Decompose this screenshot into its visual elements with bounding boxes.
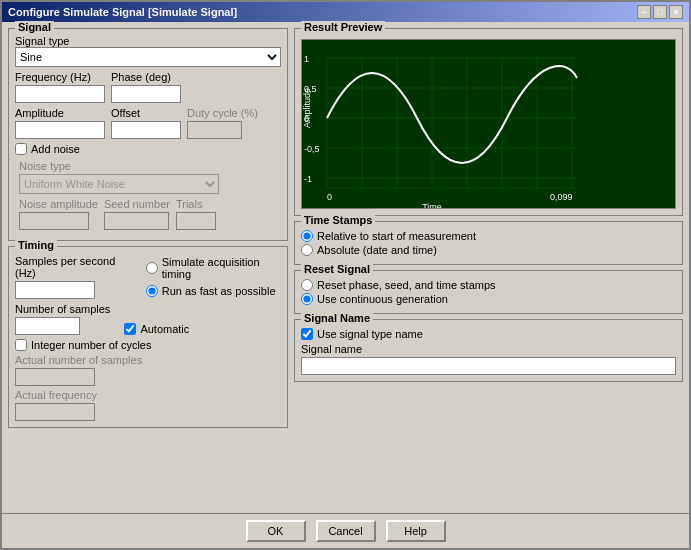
close-button[interactable]: × — [669, 5, 683, 19]
simulate-acq-row: Simulate acquisition timing — [146, 256, 281, 280]
absolute-label: Absolute (date and time) — [317, 244, 437, 256]
bottom-bar: OK Cancel Help — [2, 513, 689, 548]
frequency-label: Frequency (Hz) — [15, 71, 105, 83]
svg-text:0: 0 — [327, 192, 332, 202]
signal-group-title: Signal — [15, 21, 54, 33]
minimize-button[interactable]: − — [637, 5, 651, 19]
amplitude-input[interactable]: 1 — [15, 121, 105, 139]
signal-name-content: Use signal type name Signal name Sine — [301, 328, 676, 375]
continuous-label: Use continuous generation — [317, 293, 448, 305]
automatic-row: Automatic — [124, 323, 189, 335]
noise-params-row: Noise amplitude 0,6 Seed number -1 Trial… — [19, 198, 281, 230]
num-samples-input[interactable]: 100 — [15, 317, 80, 335]
offset-group: Offset 0 — [111, 107, 181, 139]
ok-button[interactable]: OK — [246, 520, 306, 542]
svg-rect-0 — [302, 40, 675, 208]
right-panel: Result Preview — [294, 28, 683, 507]
signal-name-group: Signal Name Use signal type name Signal … — [294, 319, 683, 382]
trials-label: Trials — [176, 198, 216, 210]
signal-type-select[interactable]: Sine Square Triangle Sawtooth DC — [15, 47, 281, 67]
signal-name-input[interactable]: Sine — [301, 357, 676, 375]
svg-text:-1: -1 — [304, 174, 312, 184]
noise-subgroup: Noise type Uniform White Noise Gaussian … — [15, 158, 281, 230]
absolute-radio[interactable] — [301, 244, 313, 256]
num-samples-row: Number of samples 100 Automatic — [15, 303, 281, 335]
cancel-button[interactable]: Cancel — [316, 520, 376, 542]
reset-label: Reset phase, seed, and time stamps — [317, 279, 496, 291]
maximize-button[interactable]: □ — [653, 5, 667, 19]
continuous-row: Use continuous generation — [301, 293, 676, 305]
noise-amplitude-input[interactable]: 0,6 — [19, 212, 89, 230]
signal-group: Signal Signal type Sine Square Triangle … — [8, 28, 288, 241]
seed-number-input[interactable]: -1 — [104, 212, 169, 230]
simulate-acquisition-label: Simulate acquisition timing — [162, 256, 281, 280]
signal-type-label: Signal type — [15, 35, 281, 47]
amp-offset-row: Amplitude 1 Offset 0 Duty cycle (%) 50 — [15, 107, 281, 139]
use-signal-type-checkbox[interactable] — [301, 328, 313, 340]
window-title: Configure Simulate Signal [Simulate Sign… — [8, 6, 237, 18]
svg-text:Time: Time — [422, 202, 442, 208]
samples-per-sec-row: Samples per second (Hz) 1000 Simulate ac… — [15, 255, 281, 299]
absolute-row: Absolute (date and time) — [301, 244, 676, 256]
main-content: Signal Signal type Sine Square Triangle … — [2, 22, 689, 513]
svg-text:Amplitude: Amplitude — [302, 88, 312, 128]
phase-input[interactable]: 0 — [111, 85, 181, 103]
integer-cycles-label: Integer number of cycles — [31, 339, 151, 351]
time-stamps-group: Time Stamps Relative to start of measure… — [294, 221, 683, 265]
timing-radio-group: Simulate acquisition timing Run as fast … — [146, 256, 281, 299]
phase-group: Phase (deg) 0 — [111, 71, 181, 103]
trials-input[interactable]: 1 — [176, 212, 216, 230]
time-stamps-content: Relative to start of measurement Absolut… — [301, 230, 676, 256]
offset-input[interactable]: 0 — [111, 121, 181, 139]
signal-name-label: Signal name — [301, 343, 676, 355]
run-as-fast-label: Run as fast as possible — [162, 285, 276, 297]
add-noise-checkbox[interactable] — [15, 143, 27, 155]
num-samples-label: Number of samples — [15, 303, 110, 315]
noise-type-label: Noise type — [19, 160, 281, 172]
duty-cycle-group: Duty cycle (%) 50 — [187, 107, 258, 139]
reset-row: Reset phase, seed, and time stamps — [301, 279, 676, 291]
offset-label: Offset — [111, 107, 181, 119]
noise-amplitude-group: Noise amplitude 0,6 — [19, 198, 98, 230]
continuous-radio[interactable] — [301, 293, 313, 305]
automatic-checkbox[interactable] — [124, 323, 136, 335]
samples-per-sec-group: Samples per second (Hz) 1000 — [15, 255, 130, 299]
relative-radio[interactable] — [301, 230, 313, 242]
timing-group-title: Timing — [15, 239, 57, 251]
automatic-label: Automatic — [140, 323, 189, 335]
actual-samples-input[interactable]: 100 — [15, 368, 95, 386]
svg-text:1: 1 — [304, 54, 309, 64]
add-noise-label: Add noise — [31, 143, 80, 155]
frequency-input[interactable]: 10,1 — [15, 85, 105, 103]
integer-cycles-row: Integer number of cycles — [15, 339, 281, 351]
left-panel: Signal Signal type Sine Square Triangle … — [8, 28, 288, 507]
result-preview-title: Result Preview — [301, 21, 385, 33]
help-button[interactable]: Help — [386, 520, 446, 542]
seed-number-group: Seed number -1 — [104, 198, 170, 230]
frequency-group: Frequency (Hz) 10,1 — [15, 71, 105, 103]
title-controls: − □ × — [637, 5, 683, 19]
use-signal-type-row: Use signal type name — [301, 328, 676, 340]
relative-row: Relative to start of measurement — [301, 230, 676, 242]
samples-per-sec-label: Samples per second (Hz) — [15, 255, 130, 279]
reset-radio[interactable] — [301, 279, 313, 291]
amplitude-group: Amplitude 1 — [15, 107, 105, 139]
result-preview-group: Result Preview — [294, 28, 683, 216]
actual-frequency-label: Actual frequency — [15, 389, 281, 401]
actual-frequency-input[interactable]: 10,1 — [15, 403, 95, 421]
actual-samples-label: Actual number of samples — [15, 354, 281, 366]
actual-frequency-group: Actual frequency 10,1 — [15, 389, 281, 421]
reset-signal-content: Reset phase, seed, and time stamps Use c… — [301, 279, 676, 305]
time-stamps-title: Time Stamps — [301, 214, 375, 226]
duty-cycle-input[interactable]: 50 — [187, 121, 242, 139]
freq-phase-row: Frequency (Hz) 10,1 Phase (deg) 0 — [15, 71, 281, 103]
noise-type-select[interactable]: Uniform White Noise Gaussian White Noise — [19, 174, 219, 194]
run-as-fast-radio[interactable] — [146, 285, 158, 297]
samples-per-sec-input[interactable]: 1000 — [15, 281, 95, 299]
add-noise-row: Add noise — [15, 143, 281, 155]
timing-group: Timing Samples per second (Hz) 1000 Simu… — [8, 246, 288, 428]
svg-text:-0,5: -0,5 — [304, 144, 320, 154]
run-fast-row: Run as fast as possible — [146, 285, 281, 297]
integer-cycles-checkbox[interactable] — [15, 339, 27, 351]
simulate-acquisition-radio[interactable] — [146, 262, 158, 274]
